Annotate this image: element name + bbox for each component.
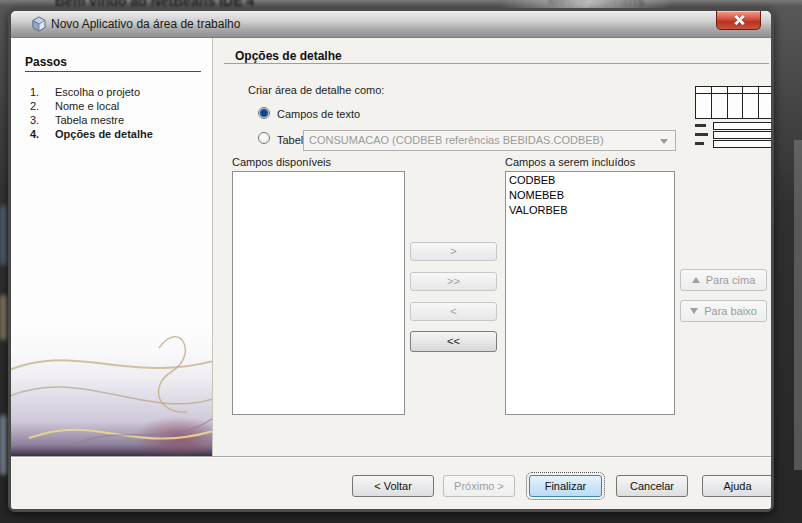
- table-select-value: CONSUMACAO (CODBEB referências BEBIDAS.C…: [309, 134, 604, 146]
- background-scrollbar: [794, 140, 802, 470]
- wizard-button-bar: < Voltar Próximo > Finalizar Cancelar Aj…: [11, 456, 771, 512]
- panel-title-divider: [224, 63, 769, 64]
- radio-campos-de-texto[interactable]: [258, 107, 270, 119]
- master-detail-preview-graphic: [683, 85, 774, 149]
- available-fields-label: Campos disponíveis: [232, 156, 331, 168]
- back-button[interactable]: < Voltar: [352, 475, 434, 497]
- decorative-swirl-graphic: [11, 316, 213, 456]
- step-item-2: 2. Nome e local: [11, 100, 213, 114]
- radio-campos-de-texto-label[interactable]: Campos de texto: [277, 108, 360, 120]
- move-up-label: Para cima: [706, 274, 756, 286]
- available-fields-list[interactable]: [232, 171, 405, 415]
- next-button[interactable]: Próximo >: [443, 475, 515, 497]
- help-button[interactable]: Ajuda: [702, 475, 773, 497]
- add-all-fields-button[interactable]: >>: [410, 272, 497, 291]
- steps-divider: [25, 71, 201, 72]
- remove-field-button[interactable]: <: [410, 302, 497, 321]
- close-icon: [734, 15, 744, 25]
- close-button[interactable]: [716, 11, 761, 30]
- list-item[interactable]: VALORBEB: [509, 203, 674, 218]
- included-fields-list[interactable]: CODBEB NOMEBEB VALORBEB: [505, 171, 675, 415]
- move-up-button[interactable]: Para cima: [680, 269, 767, 291]
- down-arrow-icon: [690, 308, 698, 314]
- step-item-4-active: 4. Opções de detalhe: [11, 128, 213, 142]
- desktop-background: Bem vindo ao NetBeans IDE 4 Meu NetBeans…: [0, 0, 802, 523]
- titlebar[interactable]: Novo Aplicativo da área de trabalho: [11, 11, 771, 38]
- move-down-button[interactable]: Para baixo: [680, 300, 767, 322]
- step-item-1: 1. Escolha o projeto: [11, 86, 213, 100]
- add-field-button[interactable]: >: [410, 242, 497, 261]
- list-item[interactable]: CODBEB: [509, 173, 674, 188]
- step-item-3: 3. Tabela mestre: [11, 114, 213, 128]
- dialog-client-area: Passos 1. Escolha o projeto 2. Nome e lo…: [11, 38, 771, 509]
- radio-tabela[interactable]: [258, 132, 270, 144]
- remove-all-fields-button[interactable]: <<: [410, 331, 497, 352]
- detail-options-panel: Opções de detalhe Criar área de detalhe …: [213, 38, 771, 456]
- included-fields-label: Campos a serem incluídos: [505, 156, 635, 168]
- steps-sidebar: Passos 1. Escolha o projeto 2. Nome e lo…: [11, 38, 213, 456]
- background-fragment: [0, 295, 7, 340]
- cancel-button[interactable]: Cancelar: [616, 475, 688, 497]
- steps-heading: Passos: [25, 55, 67, 69]
- netbeans-cube-icon: [31, 16, 47, 32]
- table-select-dropdown[interactable]: CONSUMACAO (CODBEB referências BEBIDAS.C…: [303, 130, 676, 151]
- chevron-down-icon: [660, 139, 668, 144]
- up-arrow-icon: [692, 277, 700, 283]
- background-fragment: [0, 205, 7, 265]
- window-title: Novo Aplicativo da área de trabalho: [51, 17, 240, 31]
- move-down-label: Para baixo: [704, 305, 757, 317]
- list-item[interactable]: NOMEBEB: [509, 188, 674, 203]
- panel-title: Opções de detalhe: [235, 49, 342, 63]
- finish-button[interactable]: Finalizar: [529, 475, 602, 497]
- new-desktop-app-wizard-dialog: Novo Aplicativo da área de trabalho Pass…: [8, 8, 774, 512]
- create-detail-as-label: Criar área de detalhe como:: [248, 84, 384, 96]
- background-fragment: [0, 415, 7, 475]
